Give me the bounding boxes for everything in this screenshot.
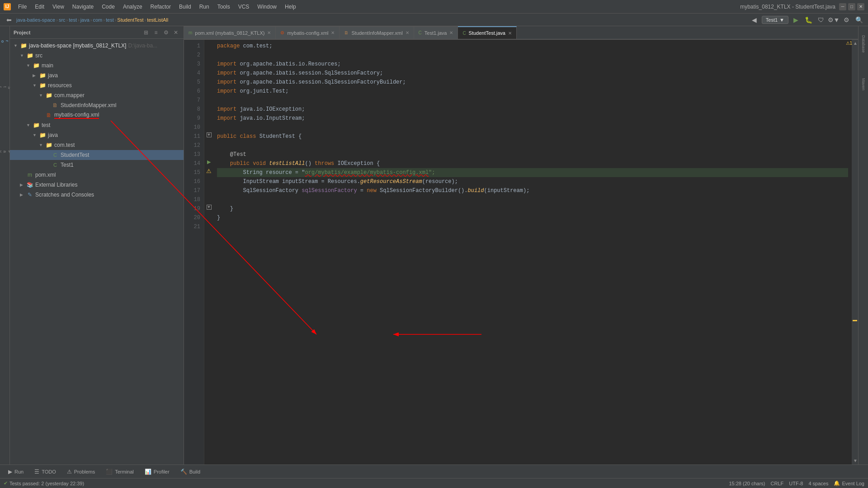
sidebar-structure-icon[interactable]: Str — [0, 74, 9, 101]
menu-edit[interactable]: Edit — [31, 3, 48, 11]
mybatis-config-icon: 🗎 — [45, 112, 52, 119]
menu-build[interactable]: Build — [175, 3, 195, 11]
fold-marker-11[interactable]: ▼ — [204, 130, 213, 139]
app-icon: IJ — [4, 3, 11, 10]
run-marker-14[interactable]: ▶ — [204, 157, 213, 166]
breadcrumb-method[interactable]: testListAll — [147, 17, 168, 23]
tree-item-test-java[interactable]: ▼ 📁 java — [10, 130, 184, 140]
minimize-button[interactable]: ─ — [839, 3, 846, 10]
line-num-1: 1 — [184, 42, 200, 51]
status-position[interactable]: 15:28 (20 chars) — [729, 480, 765, 486]
breadcrumb-src[interactable]: src — [59, 17, 66, 23]
panel-settings-button[interactable]: ⚙ — [162, 28, 170, 37]
scroll-up-button[interactable]: ▲ — [853, 41, 858, 46]
code-editor[interactable]: package com.test; import org.apache.ibat… — [213, 40, 852, 465]
menu-window[interactable]: Window — [254, 3, 280, 11]
ext-libs-icon: 📚 — [26, 181, 33, 188]
code-line-6: import org.junit.Test; — [217, 87, 848, 96]
mapper-tab-close[interactable]: ✕ — [406, 30, 409, 35]
status-indent[interactable]: 4 spaces — [808, 480, 828, 486]
menu-file[interactable]: File — [14, 3, 30, 11]
status-encoding[interactable]: UTF-8 — [789, 480, 803, 486]
menu-tools[interactable]: Tools — [214, 3, 234, 11]
build-tab[interactable]: 🔨 Build — [176, 466, 205, 478]
menu-refactor[interactable]: Refactor — [147, 3, 175, 11]
code-line-3: import org.apache.ibatis.io.Resources; — [217, 60, 848, 69]
breadcrumb-test2[interactable]: test — [106, 17, 114, 23]
status-event-log[interactable]: 🔔 Event Log — [834, 480, 864, 486]
tree-item-java[interactable]: ▶ 📁 java — [10, 70, 184, 80]
sidebar-favorites-icon[interactable]: Fav — [0, 138, 9, 165]
tab-pom[interactable]: m pom.xml (mybatis_0812_KTLX) ✕ — [184, 26, 276, 39]
menu-help[interactable]: Help — [281, 3, 300, 11]
tree-item-src[interactable]: ▼ 📁 src — [10, 51, 184, 61]
tab-studentinfomapper[interactable]: 🗎 StudentInfoMapper.xml ✕ — [340, 26, 414, 39]
line-num-5: 5 — [184, 78, 200, 87]
breadcrumb-project[interactable]: java-baties-space — [16, 17, 55, 23]
pom-tab-close[interactable]: ✕ — [267, 30, 271, 35]
code-line-15: String resource = "org/mybatis/example/m… — [217, 168, 848, 177]
back-button[interactable]: ⬅ — [4, 15, 14, 25]
editor-scrollbar[interactable]: ⚠1 ▲ ▼ — [852, 40, 858, 465]
maximize-button[interactable]: □ — [848, 3, 855, 10]
fold-marker-19[interactable]: ▼ — [204, 202, 213, 211]
tab-test1[interactable]: C Test1.java ✕ — [414, 26, 458, 39]
todo-tab[interactable]: ☰ TODO — [30, 466, 61, 478]
tab-studenttest[interactable]: C StudentTest.java ✕ — [458, 26, 517, 39]
problems-tab-label: Problems — [74, 469, 95, 474]
tree-item-ext-libs[interactable]: ▶ 📚 External Libraries — [10, 180, 184, 190]
sidebar-database[interactable]: Database — [859, 28, 868, 60]
mybatis-tab-close[interactable]: ✕ — [331, 30, 335, 35]
panel-options-button[interactable]: ≡ — [152, 28, 160, 37]
tree-item-test1[interactable]: C Test1 — [10, 160, 184, 170]
menu-code[interactable]: Code — [98, 3, 118, 11]
debug-button[interactable]: 🐛 — [803, 15, 814, 25]
tree-item-test[interactable]: ▼ 📁 test — [10, 120, 184, 130]
settings-button[interactable]: ⚙ — [841, 15, 852, 25]
profiler-tab[interactable]: 📊 Profiler — [140, 466, 174, 478]
tree-item-studentinfomapper[interactable]: 🗎 StudentInfoMapper.xml — [10, 100, 184, 110]
test1-tab-close[interactable]: ✕ — [449, 30, 453, 35]
nav-back-icon[interactable]: ◀ — [749, 15, 760, 25]
search-button[interactable]: 🔍 — [854, 15, 864, 25]
sidebar-maven[interactable]: Maven — [859, 69, 868, 100]
menu-navigate[interactable]: Navigate — [69, 3, 97, 11]
run-config-arrow: ▼ — [779, 17, 784, 23]
tree-item-main[interactable]: ▼ 📁 main — [10, 61, 184, 70]
tree-item-pom[interactable]: m pom.xml — [10, 170, 184, 180]
sidebar-project-icon[interactable]: Proj — [0, 28, 9, 55]
status-line-sep[interactable]: CRLF — [771, 480, 784, 486]
breadcrumb-java[interactable]: java — [80, 17, 90, 23]
panel-collapse-button[interactable]: ⊞ — [142, 28, 150, 37]
problems-tab[interactable]: ⚠ Problems — [62, 466, 99, 478]
coverage-button[interactable]: 🛡 — [816, 15, 826, 25]
line-numbers: 1 2 3 4 5 6 7 8 9 10 11 12 13 14 15 16 1 — [184, 40, 204, 465]
breadcrumb-com[interactable]: com — [93, 17, 103, 23]
tree-item-com-test[interactable]: ▼ 📁 com.test — [10, 140, 184, 150]
tree-item-com-mapper[interactable]: ▼ 📁 com.mapper — [10, 90, 184, 100]
menu-vcs[interactable]: VCS — [235, 3, 253, 11]
run-config-selector[interactable]: Test1 ▼ — [762, 16, 788, 24]
scroll-down-button[interactable]: ▼ — [853, 457, 858, 464]
warn-marker-15[interactable]: ⚠ — [204, 166, 213, 175]
menu-analyze[interactable]: Analyze — [119, 3, 146, 11]
status-bar: ✔ Tests passed: 2 (yesterday 22:39) 15:2… — [0, 478, 868, 488]
close-button[interactable]: ✕ — [857, 3, 864, 10]
tree-item-mybatis-config[interactable]: 🗎 mybatis-config.xml — [10, 110, 184, 120]
breadcrumb-test[interactable]: test — [69, 17, 77, 23]
studenttest-tab-close[interactable]: ✕ — [508, 31, 512, 36]
tree-item-studenttest[interactable]: C StudentTest — [10, 150, 184, 160]
line-num-8: 8 — [184, 105, 200, 114]
tab-mybatis-config[interactable]: ⚙ mybatis-config.xml ✕ — [276, 26, 340, 39]
tree-item-scratches[interactable]: ▶ ✎ Scratches and Consoles — [10, 190, 184, 200]
run-button[interactable]: ▶ — [790, 15, 801, 25]
menu-run[interactable]: Run — [196, 3, 213, 11]
tree-item-root[interactable]: ▼ 📁 java-baties-space [mybatis_0812_KTLX… — [10, 41, 184, 51]
terminal-tab[interactable]: ⬛ Terminal — [101, 466, 138, 478]
more-run-options[interactable]: ⚙▼ — [828, 15, 839, 25]
tree-item-resources[interactable]: ▼ 📁 resources — [10, 80, 184, 90]
run-tab[interactable]: ▶ Run — [4, 466, 28, 478]
panel-close-button[interactable]: ✕ — [172, 28, 180, 37]
menu-view[interactable]: View — [49, 3, 68, 11]
breadcrumb-class[interactable]: StudentTest — [117, 17, 143, 23]
